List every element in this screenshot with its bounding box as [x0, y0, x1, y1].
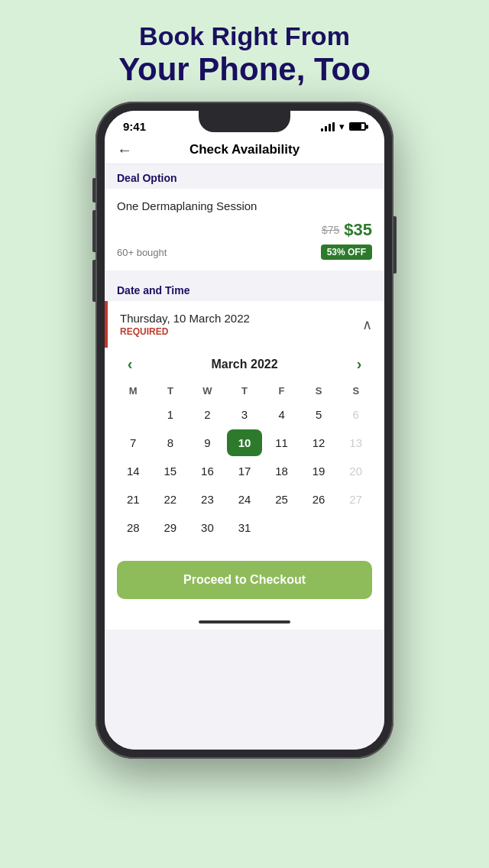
current-price: $35: [344, 220, 372, 240]
calendar-day[interactable]: 14: [115, 458, 151, 484]
day-header: M: [115, 382, 151, 400]
power-button: [393, 216, 397, 274]
calendar-day[interactable]: 17: [227, 458, 263, 484]
prev-month-button[interactable]: ‹: [118, 355, 141, 373]
calendar-day[interactable]: 30: [189, 514, 225, 541]
home-bar: [199, 620, 290, 623]
discount-badge: 53% OFF: [321, 245, 372, 260]
calendar-day[interactable]: 19: [301, 458, 337, 484]
title-line2: Your Phone, Too: [118, 51, 371, 88]
calendar-day[interactable]: 9: [189, 429, 225, 456]
day-header: S: [338, 382, 374, 400]
calendar-header: ‹ March 2022 ›: [115, 355, 374, 373]
calendar-day[interactable]: 1: [153, 401, 189, 428]
mute-button: [92, 178, 96, 202]
signal-icon: [321, 122, 335, 131]
calendar-day[interactable]: 24: [227, 486, 263, 513]
calendar-day[interactable]: 23: [189, 486, 225, 513]
calendar-day[interactable]: 28: [115, 514, 151, 541]
next-month-button[interactable]: ›: [348, 355, 371, 373]
calendar-day: [338, 514, 374, 541]
checkout-button[interactable]: Proceed to Checkout: [117, 561, 372, 599]
calendar-day[interactable]: 4: [264, 401, 300, 428]
calendar-day[interactable]: 20: [338, 458, 374, 484]
calendar-day[interactable]: 6: [338, 401, 374, 428]
content-area: Deal Option One Dermaplaning Session $75…: [105, 164, 384, 750]
day-header: W: [189, 382, 225, 400]
selected-date: Thursday, 10 March 2022: [120, 312, 250, 325]
side-button-right: [393, 216, 397, 274]
wifi-icon: ▾: [339, 121, 345, 132]
calendar-day[interactable]: 10: [227, 429, 263, 456]
status-time: 9:41: [123, 120, 146, 133]
calendar: ‹ March 2022 › MTWTFSS123456789101112131…: [105, 348, 384, 552]
notch: [199, 111, 290, 132]
day-header: F: [264, 382, 300, 400]
calendar-day[interactable]: 29: [153, 514, 189, 541]
status-icons: ▾: [321, 121, 366, 132]
calendar-day: [115, 401, 151, 428]
date-selector-text: Thursday, 10 March 2022 REQUIRED: [120, 312, 250, 337]
home-indicator: [105, 614, 384, 630]
bought-label: 60+ bought: [117, 247, 167, 258]
month-year-label: March 2022: [211, 358, 277, 371]
side-buttons-left: [92, 178, 96, 302]
battery-icon: [349, 122, 366, 131]
calendar-day[interactable]: 18: [264, 458, 300, 484]
calendar-day[interactable]: 11: [264, 429, 300, 456]
calendar-day[interactable]: 7: [115, 429, 151, 456]
datetime-section-header: Date and Time: [105, 277, 384, 301]
calendar-day[interactable]: 22: [153, 486, 189, 513]
calendar-day[interactable]: 25: [264, 486, 300, 513]
nav-title: Check Availability: [189, 142, 300, 157]
calendar-day[interactable]: 16: [189, 458, 225, 484]
day-header: T: [227, 382, 263, 400]
checkout-bar: Proceed to Checkout: [105, 552, 384, 614]
volume-up-button: [92, 210, 96, 252]
nav-bar: ← Check Availability: [105, 136, 384, 164]
deal-name: One Dermaplaning Session: [117, 199, 372, 212]
calendar-day[interactable]: 5: [301, 401, 337, 428]
date-selector[interactable]: Thursday, 10 March 2022 REQUIRED ∧: [105, 301, 384, 348]
required-label: REQUIRED: [120, 326, 250, 337]
calendar-day[interactable]: 27: [338, 486, 374, 513]
calendar-day[interactable]: 12: [301, 429, 337, 456]
deal-card: One Dermaplaning Session $75 $35 60+ bou…: [105, 189, 384, 270]
day-header: S: [301, 382, 337, 400]
calendar-day[interactable]: 2: [189, 401, 225, 428]
calendar-day[interactable]: 8: [153, 429, 189, 456]
calendar-day[interactable]: 13: [338, 429, 374, 456]
calendar-day[interactable]: 3: [227, 401, 263, 428]
original-price: $75: [322, 224, 339, 236]
back-button[interactable]: ←: [117, 141, 132, 159]
calendar-day: [264, 514, 300, 541]
calendar-day: [301, 514, 337, 541]
calendar-day[interactable]: 15: [153, 458, 189, 484]
deal-section-header: Deal Option: [105, 164, 384, 189]
calendar-day[interactable]: 26: [301, 486, 337, 513]
phone-frame: 9:41 ▾ ← Check Availability: [96, 102, 393, 759]
status-bar: 9:41 ▾: [105, 111, 384, 136]
calendar-day[interactable]: 21: [115, 486, 151, 513]
deal-meta: 60+ bought 53% OFF: [117, 245, 372, 260]
day-header: T: [153, 382, 189, 400]
calendar-day[interactable]: 31: [227, 514, 263, 541]
page-heading: Book Right From Your Phone, Too: [118, 21, 371, 88]
volume-down-button: [92, 260, 96, 302]
title-line1: Book Right From: [118, 21, 371, 51]
deal-pricing: $75 $35: [117, 220, 372, 240]
calendar-grid: MTWTFSS123456789101112131415161718192021…: [115, 382, 374, 541]
chevron-up-icon: ∧: [362, 316, 372, 333]
phone-screen: 9:41 ▾ ← Check Availability: [105, 111, 384, 750]
